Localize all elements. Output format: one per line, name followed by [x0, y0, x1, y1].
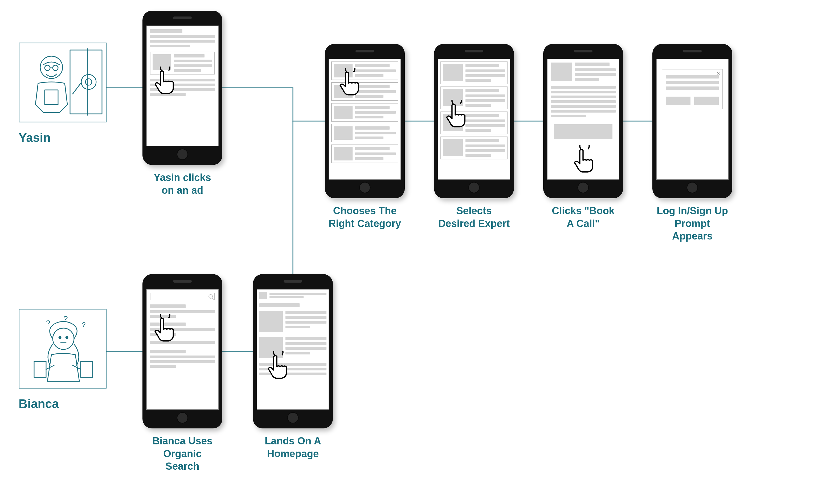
phone-screen [146, 289, 219, 410]
svg-rect-6 [70, 50, 102, 114]
phone-screen [146, 25, 219, 146]
svg-point-13 [81, 74, 96, 89]
phone-caption: Lands On A Homepage [265, 435, 321, 460]
search-icon [209, 294, 213, 299]
phone-screen [329, 59, 401, 180]
search-bar [150, 293, 215, 300]
persona-yasin-card [19, 42, 106, 122]
close-icon: ✕ [716, 71, 720, 76]
phone-frame [253, 274, 333, 428]
phone-frame [142, 274, 222, 428]
svg-rect-19 [34, 361, 46, 377]
svg-rect-12 [45, 90, 58, 105]
phone-homepage: Lands On A Homepage [253, 274, 333, 460]
phone-caption: Bianca Uses Organic Search [152, 435, 212, 473]
phone-caption: Log In/Sign Up Prompt Appears [657, 205, 728, 243]
phone-caption: Yasin clicks on an ad [154, 172, 211, 197]
persona-yasin-label: Yasin [19, 130, 51, 145]
phone-frame [142, 11, 222, 165]
phone-expert: Selects Desired Expert [434, 44, 514, 230]
phone-screen: ✕ [656, 59, 729, 180]
phone-screen [547, 59, 619, 180]
svg-point-14 [86, 79, 92, 85]
persona-bianca-label: Bianca [19, 396, 59, 411]
phone-screen [438, 59, 510, 180]
phone-book: Clicks "Book A Call" [543, 44, 623, 230]
login-modal: ✕ [662, 69, 723, 109]
svg-point-8 [40, 56, 63, 78]
svg-text:?: ? [82, 321, 86, 328]
phone-frame: ✕ [652, 44, 732, 198]
persona-yasin-sketch [19, 43, 107, 123]
phone-frame [325, 44, 405, 198]
persona-bianca-sketch: ? ? ? [19, 309, 107, 389]
phone-screen [257, 289, 329, 410]
phone-category: Chooses The Right Category [325, 44, 405, 230]
svg-point-9 [45, 65, 50, 71]
svg-text:?: ? [46, 319, 50, 327]
phone-caption: Chooses The Right Category [329, 205, 401, 230]
svg-point-16 [59, 336, 61, 339]
phone-login: ✕ Log In/Sign Up Prompt Appears [652, 44, 732, 243]
svg-text:?: ? [63, 314, 68, 323]
svg-point-15 [53, 328, 74, 349]
phone-yasin-ad: Yasin clicks on an ad [142, 11, 222, 197]
phone-caption: Clicks "Book A Call" [552, 205, 615, 230]
phone-frame [543, 44, 623, 198]
svg-point-17 [66, 336, 68, 339]
diagram-canvas: Yasin ? ? ? Bianca [0, 0, 838, 504]
persona-bianca-card: ? ? ? [19, 309, 106, 389]
svg-rect-20 [81, 361, 93, 377]
svg-point-10 [53, 65, 58, 71]
phone-frame [434, 44, 514, 198]
phone-bianca-search: Bianca Uses Organic Search [142, 274, 222, 473]
phone-caption: Selects Desired Expert [438, 205, 510, 230]
